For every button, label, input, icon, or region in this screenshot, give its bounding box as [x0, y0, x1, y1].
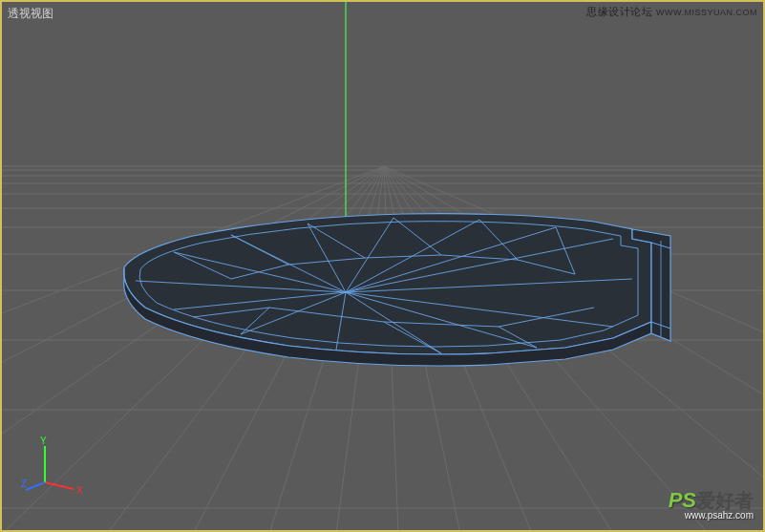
viewport-label: 透视视图: [8, 6, 53, 22]
axis-gizmo[interactable]: X Y Z: [21, 435, 88, 501]
gizmo-y-label: Y: [40, 436, 47, 446]
model-wireframe[interactable]: [7, 214, 670, 366]
watermark-forum: 思缘设计论坛 WWW.MISSYUAN.COM: [586, 5, 757, 19]
gizmo-z-label: Z: [21, 479, 27, 489]
gizmo-x-label: X: [76, 485, 83, 496]
perspective-viewport[interactable]: 透视视图 思缘设计论坛 WWW.MISSYUAN.COM X Y Z PS爱好者…: [2, 2, 763, 530]
watermark-ps: PS爱好者 www.psahz.com: [669, 488, 754, 521]
svg-line-64: [7, 259, 124, 267]
scene-canvas[interactable]: [2, 2, 765, 532]
gizmo-x-axis: [45, 482, 74, 489]
gizmo-z-axis: [26, 482, 45, 490]
forum-url: WWW.MISSYUAN.COM: [656, 8, 757, 17]
forum-name: 思缘设计论坛: [586, 6, 652, 17]
